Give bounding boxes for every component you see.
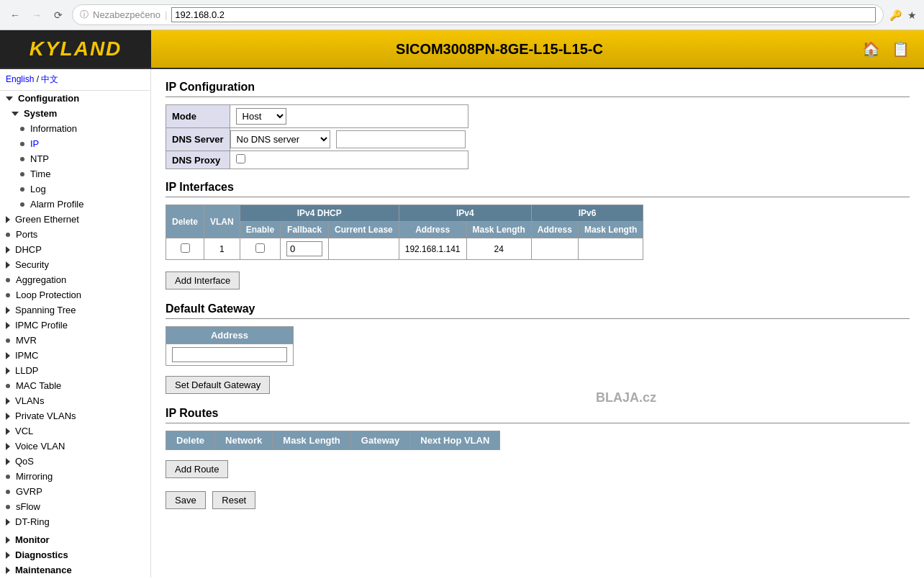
app-header: KYLAND SICOM3008PN-8GE-L15-L15-C 🏠 📋 — [0, 30, 924, 69]
dot-icon — [20, 157, 24, 161]
sidebar-label-ipmc: IPMC — [15, 350, 39, 361]
save-button[interactable]: Save — [166, 491, 206, 509]
lang-chinese[interactable]: 中文 — [41, 74, 58, 84]
sidebar-item-diagnostics[interactable]: Diagnostics — [0, 547, 150, 562]
sidebar-item-configuration[interactable]: Configuration — [0, 91, 150, 106]
url-input[interactable] — [171, 7, 876, 22]
dns-server-select[interactable]: No DNS server From any interface — [230, 130, 330, 148]
sidebar-item-ports[interactable]: Ports — [0, 227, 150, 242]
forward-button[interactable]: → — [29, 7, 45, 23]
sidebar-label-ntp: NTP — [30, 153, 49, 164]
add-route-button[interactable]: Add Route — [166, 460, 228, 478]
sidebar-item-gvrp[interactable]: GVRP — [0, 484, 150, 499]
dot-icon — [20, 202, 24, 207]
th-routes-mask: Mask Length — [273, 431, 350, 450]
home-icon[interactable]: 🏠 — [862, 40, 880, 58]
sidebar-item-ipmc[interactable]: IPMC — [0, 348, 150, 363]
sidebar-item-lldp[interactable]: LLDP — [0, 363, 150, 378]
row-dhcp-lease — [329, 238, 399, 260]
dhcp-arrow-icon — [6, 246, 10, 253]
dns-proxy-value-cell — [230, 151, 468, 169]
sidebar-item-private-vlans[interactable]: Private VLANs — [0, 408, 150, 423]
dot-icon — [6, 293, 10, 297]
sidebar-label-log: Log — [30, 184, 46, 194]
config-arrow-icon — [6, 96, 13, 101]
sidebar-item-log[interactable]: Log — [14, 181, 150, 197]
sidebar-item-aggregation[interactable]: Aggregation — [0, 272, 150, 287]
th-ipv6-address: Address — [531, 222, 578, 238]
th-delete: Delete — [166, 205, 204, 238]
th-ipv6-group: IPv6 — [531, 205, 643, 222]
sidebar-item-green-ethernet[interactable]: Green Ethernet — [0, 212, 150, 227]
dot-icon — [20, 127, 24, 131]
interfaces-header-group: Delete VLAN IPv4 DHCP IPv4 IPv6 — [166, 205, 643, 222]
sidebar-label-time: Time — [30, 169, 50, 179]
th-ipv4-dhcp-group: IPv4 DHCP — [240, 205, 399, 222]
logout-icon[interactable]: 📋 — [892, 40, 910, 58]
row-dhcp-fallback-input[interactable] — [286, 241, 322, 256]
sidebar-item-qos[interactable]: QoS — [0, 454, 150, 469]
sidebar: English / 中文 Configuration System Inform… — [0, 69, 151, 578]
sidebar-item-information[interactable]: Information — [14, 121, 150, 136]
sidebar-item-spanning-tree[interactable]: Spanning Tree — [0, 302, 150, 318]
sidebar-item-mac-table[interactable]: MAC Table — [0, 378, 150, 393]
dot-icon — [6, 338, 10, 343]
sidebar-item-maintenance[interactable]: Maintenance — [0, 562, 150, 578]
th-ipv4-mask: Mask Length — [466, 222, 531, 238]
gateway-table: Address — [166, 326, 294, 366]
system-arrow-icon — [12, 112, 19, 116]
add-interface-button[interactable]: Add Interface — [166, 271, 240, 290]
lldp-arrow-icon — [6, 367, 10, 374]
sidebar-item-vlans[interactable]: VLANs — [0, 393, 150, 408]
sidebar-item-time[interactable]: Time — [14, 166, 150, 181]
th-ipv4-group: IPv4 — [399, 205, 531, 222]
sidebar-item-sflow[interactable]: sFlow — [0, 499, 150, 514]
default-gateway-title: Default Gateway — [166, 302, 910, 319]
table-row: 1 192.168.1.141 24 — [166, 238, 643, 260]
mode-select[interactable]: Host Router — [236, 108, 286, 125]
dns-extra-input[interactable] — [336, 130, 466, 148]
sidebar-system-items: Information IP NTP Time Log Alarm Profil… — [0, 121, 150, 212]
dns-proxy-checkbox[interactable] — [236, 154, 245, 163]
separator: | — [165, 9, 167, 20]
sidebar-label-gvrp: GVRP — [16, 486, 42, 497]
dot-icon — [6, 278, 10, 282]
set-default-gateway-button[interactable]: Set Default Gateway — [166, 376, 270, 394]
sidebar-item-security[interactable]: Security — [0, 257, 150, 272]
mode-value-cell: Host Router — [230, 105, 468, 128]
row-ipv4-address: 192.168.1.141 — [399, 238, 466, 260]
back-button[interactable]: ← — [7, 7, 23, 23]
private-vlans-arrow-icon — [6, 413, 10, 420]
sidebar-item-ntp[interactable]: NTP — [14, 151, 150, 166]
sidebar-item-alarm-profile[interactable]: Alarm Profile — [14, 197, 150, 212]
lang-english[interactable]: English — [6, 74, 34, 84]
sidebar-item-loop-protection[interactable]: Loop Protection — [0, 287, 150, 302]
sidebar-item-dhcp[interactable]: DHCP — [0, 242, 150, 257]
sidebar-label-lldp: LLDP — [15, 365, 39, 376]
sidebar-item-system[interactable]: System — [0, 106, 150, 121]
config-label: Configuration — [18, 93, 79, 104]
row-dhcp-enable-checkbox[interactable] — [255, 243, 265, 253]
logo-area: KYLAND — [0, 30, 151, 68]
sidebar-item-voice-vlan[interactable]: Voice VLAN — [0, 439, 150, 454]
gateway-address-input[interactable] — [172, 347, 287, 362]
sidebar-label-mvr: MVR — [16, 335, 37, 346]
sidebar-item-mirroring[interactable]: Mirroring — [0, 469, 150, 484]
sidebar-label-qos: QoS — [15, 456, 34, 467]
dns-server-value-cell: No DNS server From any interface — [230, 128, 468, 151]
sidebar-item-mvr[interactable]: MVR — [0, 333, 150, 348]
dns-server-label: DNS Server — [166, 128, 230, 151]
reset-button[interactable]: Reset — [212, 491, 255, 509]
dot-icon — [6, 475, 10, 479]
row-delete-checkbox[interactable] — [181, 243, 190, 253]
dns-proxy-row: DNS Proxy — [166, 151, 468, 169]
sidebar-item-monitor[interactable]: Monitor — [0, 532, 150, 547]
sidebar-item-dt-ring[interactable]: DT-Ring — [0, 514, 150, 529]
security-arrow-icon — [6, 261, 10, 269]
sidebar-label-green-ethernet: Green Ethernet — [15, 214, 79, 225]
sidebar-item-ip[interactable]: IP — [14, 136, 150, 151]
th-dhcp-enable: Enable — [240, 222, 280, 238]
sidebar-item-vcl[interactable]: VCL — [0, 423, 150, 439]
reload-button[interactable]: ⟳ — [50, 7, 66, 23]
sidebar-item-ipmc-profile[interactable]: IPMC Profile — [0, 318, 150, 333]
